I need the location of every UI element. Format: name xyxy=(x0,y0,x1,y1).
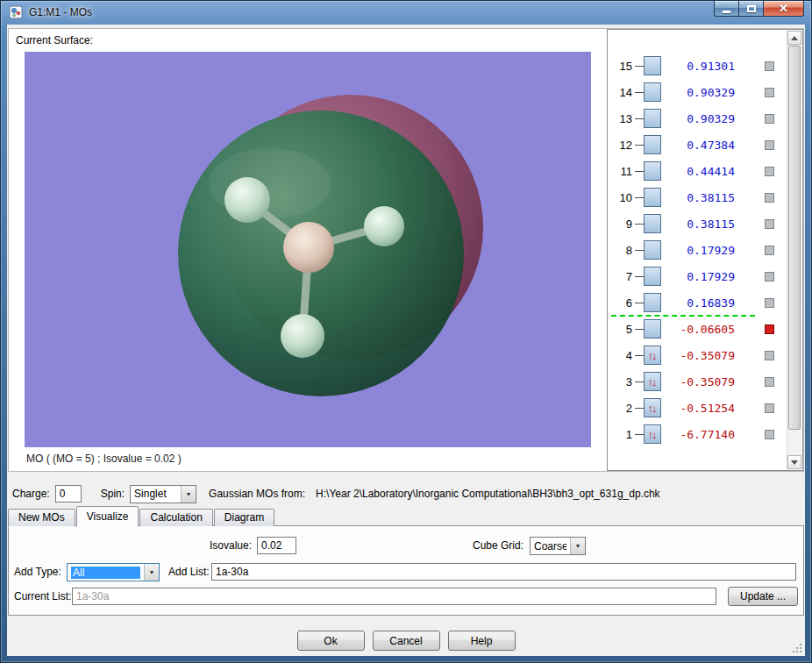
mo-level-box[interactable]: ↑↓ xyxy=(644,372,661,391)
maximize-button[interactable] xyxy=(739,1,764,17)
cancel-button[interactable]: Cancel xyxy=(373,631,440,651)
mo-energy-value: 0.38115 xyxy=(670,217,735,231)
mo-level-box[interactable]: ↑↓ xyxy=(644,424,661,444)
mo-energy-value: 0.47384 xyxy=(670,139,735,152)
window-title: G1:M1 - MOs xyxy=(29,6,92,18)
mo-energy-value: 0.17929 xyxy=(670,244,735,257)
mo-energy-value: 0.44414 xyxy=(670,165,735,178)
mo-level-tick xyxy=(635,145,644,146)
boron-atom xyxy=(283,222,334,273)
spin-label: Spin: xyxy=(101,488,125,500)
scrollbar-down-button[interactable] xyxy=(787,455,801,469)
mo-level-box[interactable] xyxy=(644,161,661,181)
tab-diagram[interactable]: Diagram xyxy=(214,509,274,526)
surface-and-mo-panel: Current Surface: xyxy=(8,28,804,472)
mo-number: 15 xyxy=(609,60,635,73)
mo-row: 4↑↓-0.35079 xyxy=(609,342,787,368)
spin-selected-value: Singlet xyxy=(134,488,177,500)
mo-level-box[interactable] xyxy=(644,109,661,128)
mo-row: 110.44414 xyxy=(609,158,787,184)
mo-select-checkbox[interactable] xyxy=(765,246,774,255)
checkpoint-file-path: H:\Year 2\Laboratory\Inorganic Computati… xyxy=(316,488,660,500)
spin-select[interactable]: Singlet ▼ xyxy=(130,485,196,503)
mo-energy-value: -0.35079 xyxy=(670,349,735,362)
minimize-button[interactable] xyxy=(714,1,739,17)
isovalue-label: Isovalue: xyxy=(210,537,252,555)
electron-pair-arrows: ↑↓ xyxy=(648,429,658,440)
add-list-input[interactable] xyxy=(211,563,796,581)
hydrogen-atom xyxy=(364,206,404,246)
mo-level-box[interactable] xyxy=(644,214,661,233)
resize-grip[interactable] xyxy=(793,644,803,654)
ok-button[interactable]: Ok xyxy=(297,631,365,651)
mo-energy-value: -0.35079 xyxy=(670,375,735,389)
gaussian-mos-from-label: Gaussian MOs from: xyxy=(209,488,305,500)
electron-pair-arrows: ↑↓ xyxy=(648,350,658,361)
dialog-client-area: Current Surface: xyxy=(7,25,805,656)
help-button[interactable]: Help xyxy=(448,631,516,651)
mo-select-checkbox[interactable] xyxy=(765,167,774,176)
mo-select-checkbox[interactable] xyxy=(765,298,774,308)
mo-select-checkbox[interactable] xyxy=(765,193,774,203)
mo-level-tick xyxy=(635,171,644,172)
molecule-3d-view[interactable] xyxy=(25,52,591,447)
mo-level-box[interactable] xyxy=(644,82,661,102)
charge-input[interactable] xyxy=(55,485,82,503)
mo-level-tick xyxy=(635,250,644,251)
update-button[interactable]: Update ... xyxy=(728,587,798,606)
mo-select-checkbox[interactable] xyxy=(765,114,774,124)
mo-select-checkbox[interactable] xyxy=(765,140,774,150)
mo-number: 9 xyxy=(609,217,635,231)
mo-select-checkbox[interactable] xyxy=(765,403,774,413)
mo-energy-value: 0.38115 xyxy=(670,191,735,204)
isovalue-input[interactable] xyxy=(257,537,296,554)
mo-select-checkbox[interactable] xyxy=(765,377,774,387)
mo-number: 2 xyxy=(609,402,635,415)
scrollbar-up-button[interactable] xyxy=(787,31,801,45)
scrollbar-thumb[interactable] xyxy=(788,46,801,430)
tab-visualize[interactable]: Visualize xyxy=(76,506,139,526)
mo-select-checkbox[interactable] xyxy=(765,351,774,360)
mo-level-box[interactable] xyxy=(644,267,661,286)
mo-select-checkbox[interactable] xyxy=(765,88,774,97)
charge-spin-row: Charge: Spin: Singlet ▼ Gaussian MOs fro… xyxy=(12,484,801,503)
mo-level-box[interactable] xyxy=(644,319,661,339)
scrollbar[interactable] xyxy=(787,31,801,469)
mo-select-checkbox[interactable] xyxy=(765,61,774,71)
electron-pair-arrows: ↑↓ xyxy=(648,403,658,414)
mo-row: 90.38115 xyxy=(609,210,787,237)
tab-new-mos[interactable]: New MOs xyxy=(8,509,75,526)
add-list-label: Add List: xyxy=(168,563,210,581)
current-list-label: Current List: xyxy=(14,588,71,606)
mo-level-box[interactable] xyxy=(644,293,661,312)
mo-energy-value: -0.51254 xyxy=(670,402,735,415)
mo-select-checkbox[interactable] xyxy=(765,219,774,229)
mo-energy-value: -0.06605 xyxy=(670,323,735,336)
mo-row: 1↑↓-6.77140 xyxy=(609,421,787,447)
mo-energy-value: 0.16839 xyxy=(670,296,735,310)
mo-select-checkbox[interactable] xyxy=(765,272,774,282)
mo-row: 60.16839 xyxy=(609,289,787,316)
mo-number: 6 xyxy=(609,296,635,310)
mo-number: 14 xyxy=(609,86,635,99)
title-bar[interactable]: G1:M1 - MOs ✕ xyxy=(0,0,812,25)
mo-number: 4 xyxy=(609,349,635,362)
add-type-select[interactable]: All ▼ xyxy=(67,563,160,581)
mo-level-box[interactable] xyxy=(644,135,661,154)
tab-calculation[interactable]: Calculation xyxy=(139,509,212,526)
mo-level-box[interactable] xyxy=(644,240,661,260)
mo-select-checkbox[interactable] xyxy=(765,324,774,334)
cube-grid-select[interactable]: Coarse ▼ xyxy=(530,537,586,555)
close-button[interactable]: ✕ xyxy=(764,1,804,17)
mo-select-checkbox[interactable] xyxy=(765,430,774,439)
cube-grid-label: Cube Grid: xyxy=(473,537,524,555)
mo-row: 130.90329 xyxy=(609,105,787,132)
mo-level-box[interactable] xyxy=(644,56,661,75)
mo-level-tick xyxy=(635,381,644,382)
current-list-input[interactable] xyxy=(72,588,716,605)
mo-level-box[interactable]: ↑↓ xyxy=(644,346,661,365)
mo-row: 80.17929 xyxy=(609,237,787,263)
mo-level-tick xyxy=(635,303,644,303)
mo-level-box[interactable]: ↑↓ xyxy=(644,398,661,417)
mo-level-box[interactable] xyxy=(644,188,661,207)
